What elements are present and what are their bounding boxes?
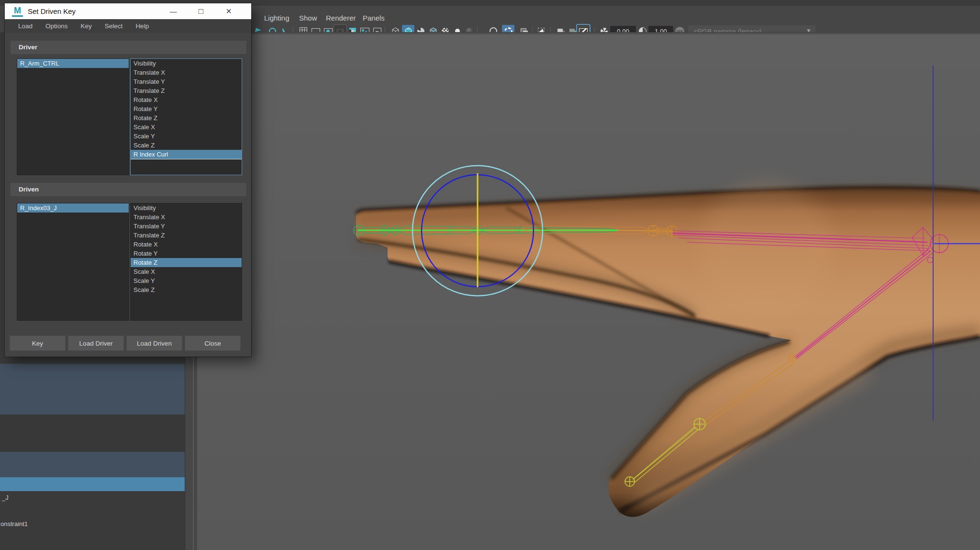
panel-menu-panels[interactable]: Panels	[363, 13, 385, 23]
attribute-item[interactable]: Rotate X	[131, 95, 242, 104]
menu-load[interactable]: Load	[18, 22, 33, 30]
outliner-item-label[interactable]: _J	[2, 494, 9, 502]
viewport-3d[interactable]	[197, 33, 980, 550]
attribute-item-selected[interactable]: Rotate Z	[131, 258, 242, 267]
close-dialog-button[interactable]: Close	[185, 336, 241, 351]
viewport-top-shadow	[197, 33, 980, 34]
driven-object-list[interactable]: R_Index03_J	[17, 203, 129, 321]
dialog-title: Set Driven Key	[28, 3, 76, 19]
driver-object-list[interactable]: R_Arm_CTRL	[17, 58, 129, 175]
outliner-row[interactable]	[0, 415, 185, 452]
attribute-item[interactable]: Scale X	[131, 267, 242, 276]
menu-key[interactable]: Key	[81, 22, 92, 30]
menu-options[interactable]: Options	[45, 22, 68, 30]
attribute-item[interactable]: Translate Y	[131, 77, 242, 86]
outliner-item-label[interactable]: onstraint1	[0, 520, 28, 528]
attribute-item[interactable]: Translate X	[131, 213, 242, 222]
driven-object-item[interactable]: R_Index03_J	[17, 203, 129, 213]
key-button[interactable]: Key	[10, 336, 66, 351]
load-driven-button[interactable]: Load Driven	[126, 336, 182, 351]
load-driver-button[interactable]: Load Driver	[68, 336, 124, 351]
driven-section-header: Driven	[11, 183, 246, 196]
set-driven-key-dialog: M Set Driven Key — □ × Load Options Key …	[5, 3, 251, 357]
outliner-row-highlighted[interactable]	[0, 364, 185, 415]
maya-logo-icon: M	[12, 6, 23, 17]
attribute-item[interactable]: Visibility	[131, 203, 242, 213]
menu-help[interactable]: Help	[135, 22, 149, 30]
attribute-item[interactable]: Scale Y	[131, 276, 242, 285]
outliner-row-selected[interactable]	[0, 477, 185, 491]
attribute-item[interactable]: Translate X	[131, 68, 242, 77]
driver-attribute-list[interactable]: Visibility Translate X Translate Y Trans…	[130, 58, 242, 175]
attribute-item[interactable]: Scale Y	[131, 132, 242, 141]
attribute-item[interactable]: Scale Z	[131, 285, 242, 294]
dialog-menubar: Load Options Key Select Help	[5, 19, 251, 33]
driver-section-header: Driver	[11, 41, 246, 54]
attribute-item[interactable]: Translate Z	[131, 86, 242, 95]
attribute-item[interactable]: Translate Y	[131, 222, 242, 231]
maximize-button[interactable]: □	[193, 3, 209, 19]
minimize-button[interactable]: —	[165, 3, 181, 19]
attribute-item[interactable]: Scale X	[131, 123, 242, 132]
close-button[interactable]: ×	[221, 3, 237, 19]
dialog-titlebar[interactable]: M Set Driven Key — □ ×	[5, 3, 251, 19]
attribute-item[interactable]: Rotate Y	[131, 104, 242, 113]
attribute-item-selected[interactable]: R Index Curl	[131, 150, 242, 159]
panel-menu-lighting[interactable]: Lighting	[264, 13, 290, 23]
outliner-row-highlighted[interactable]	[0, 452, 185, 477]
panel-menu-show[interactable]: Show	[299, 13, 317, 23]
dialog-button-row: Key Load Driver Load Driven Close	[10, 336, 241, 351]
attribute-item[interactable]: Scale Z	[131, 141, 242, 150]
menu-select[interactable]: Select	[105, 22, 123, 30]
attribute-item[interactable]: Rotate Z	[131, 113, 242, 123]
panel-menu-renderer[interactable]: Renderer	[326, 13, 356, 23]
driver-object-item[interactable]: R_Arm_CTRL	[17, 59, 129, 68]
attribute-item[interactable]: Rotate Y	[131, 249, 242, 258]
driven-attribute-list[interactable]: Visibility Translate X Translate Y Trans…	[130, 203, 242, 321]
attribute-item[interactable]: Visibility	[131, 59, 242, 68]
attribute-item[interactable]: Translate Z	[131, 231, 242, 240]
attribute-item[interactable]: Rotate X	[131, 240, 242, 249]
